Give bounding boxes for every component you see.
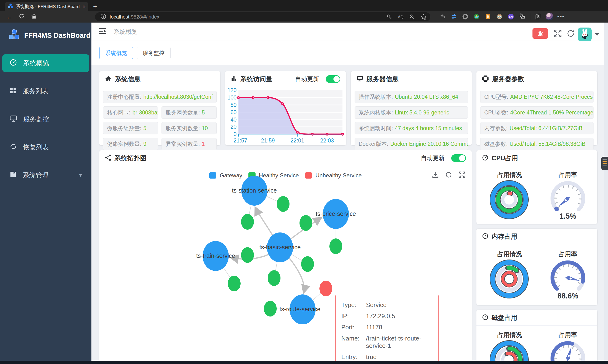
card-title: 服务器信息 bbox=[366, 75, 399, 83]
svg-text:80: 80 bbox=[230, 102, 236, 108]
system-info-card: 系统信息 注册中心配置:http://localhost:8030/getCon… bbox=[99, 71, 220, 145]
sidebar-item-overview[interactable]: 系统概览 bbox=[2, 54, 89, 72]
disk-card: 磁盘占用 占用情况 占用率 bbox=[477, 310, 597, 364]
user-avatar[interactable] bbox=[578, 27, 592, 41]
topology-auto-update-switch[interactable] bbox=[451, 154, 466, 162]
bug-report-button[interactable] bbox=[532, 28, 548, 39]
server-info-card: 服务器信息 操作系统版本:Ubuntu 20.04 LTS x86_64 系统内… bbox=[351, 71, 472, 145]
page-scrollbar[interactable] bbox=[604, 23, 608, 361]
zoom-out-icon[interactable] bbox=[409, 13, 416, 20]
app-navbar: 系统概览 bbox=[91, 23, 608, 41]
extension-notebook-icon[interactable] bbox=[484, 13, 492, 20]
home-icon[interactable] bbox=[31, 13, 37, 21]
url-host: localhost bbox=[110, 14, 129, 19]
auto-update-label: 自动更新 bbox=[295, 75, 319, 83]
gauge-small-icon bbox=[482, 314, 488, 321]
svg-text:0: 0 bbox=[233, 131, 236, 137]
new-tab-button[interactable]: + bbox=[93, 3, 97, 10]
cpu-percent: 1.5% bbox=[548, 212, 588, 221]
extension-tab-cycle-icon[interactable] bbox=[450, 13, 457, 20]
svg-text:21:59: 21:59 bbox=[261, 137, 275, 144]
info-row: CPU型号:AMD EPYC 7K62 48-Core Processor bbox=[480, 91, 594, 103]
read-aloud-icon[interactable]: A bbox=[397, 13, 404, 20]
healthy-node[interactable] bbox=[228, 276, 241, 291]
sidebar-item-system-admin[interactable]: 系统管理 ▼ bbox=[2, 167, 89, 184]
unhealthy-node[interactable] bbox=[319, 281, 332, 296]
sidebar: FFR4MS DashBoard 系统概览 服务列表 服务监控 恢复列表 系统管… bbox=[0, 23, 91, 361]
auto-update-switch[interactable] bbox=[326, 75, 340, 83]
sidebar-item-label: 恢复列表 bbox=[23, 143, 49, 152]
info-row: CPU参数:4Core 4Thread 1.50% Percentage bbox=[480, 106, 594, 119]
server-params-card: 服务器参数 CPU型号:AMD EPYC 7K62 48-Core Proces… bbox=[477, 71, 597, 145]
info-row: 服务网关数量:5 bbox=[161, 106, 217, 119]
info-row: 微服务组数量:5 bbox=[103, 122, 158, 134]
node-label: ts-station-service bbox=[232, 187, 277, 194]
sidebar-item-service-monitor[interactable]: 服务监控 bbox=[2, 110, 89, 128]
reload-icon[interactable] bbox=[19, 13, 25, 21]
extension-onetab-icon[interactable] bbox=[462, 13, 469, 20]
svg-text:120: 120 bbox=[228, 88, 236, 93]
disk-gauge-chart bbox=[545, 338, 590, 364]
card-title: 内存占用 bbox=[492, 232, 517, 241]
healthy-node[interactable] bbox=[241, 214, 254, 230]
password-key-icon[interactable] bbox=[386, 13, 393, 20]
extensions-puzzle-icon[interactable] bbox=[519, 13, 526, 20]
toolbar-divider bbox=[530, 13, 530, 20]
info-row: 服务实例数量:10 bbox=[161, 122, 217, 134]
svg-text:40: 40 bbox=[230, 117, 236, 123]
card-title: 系统信息 bbox=[115, 75, 141, 83]
healthy-node[interactable] bbox=[301, 256, 314, 272]
extension-idm-icon[interactable] bbox=[473, 13, 480, 20]
breadcrumb[interactable]: 系统概览 bbox=[114, 28, 138, 36]
refresh-cycle-icon bbox=[10, 143, 17, 152]
healthy-node[interactable] bbox=[329, 238, 342, 254]
tab-overview[interactable]: 系统概览 bbox=[99, 47, 133, 59]
back-icon[interactable]: ← bbox=[6, 13, 12, 21]
svg-text:22:03: 22:03 bbox=[320, 137, 334, 144]
node-label: ts-train-service bbox=[196, 252, 235, 259]
memory-rings-chart bbox=[488, 258, 530, 300]
svg-text:60: 60 bbox=[230, 109, 236, 115]
rings-title: 占用情况 bbox=[486, 250, 533, 258]
extension-translate-icon[interactable]: EN bbox=[507, 13, 514, 20]
favorites-star-icon[interactable] bbox=[420, 13, 427, 20]
tab-service-monitor[interactable]: 服务监控 bbox=[137, 47, 170, 59]
address-bar[interactable]: localhost:9528/#/index A bbox=[95, 12, 430, 21]
refresh-page-icon[interactable] bbox=[567, 29, 575, 39]
healthy-node[interactable] bbox=[264, 301, 277, 316]
node-label: ts-price-service bbox=[316, 210, 356, 217]
tab-close-icon[interactable]: × bbox=[82, 4, 86, 9]
share-network-icon bbox=[105, 154, 111, 162]
cpu-card: CPU占用 占用情况 占用率 1.5% bbox=[477, 150, 597, 224]
book-icon bbox=[10, 171, 17, 180]
healthy-node[interactable] bbox=[241, 247, 254, 263]
sidebar-item-recovery-list[interactable]: 恢复列表 bbox=[2, 138, 89, 156]
browser-tab-bar: 系统概览 - FFR4MS DashBoard × + bbox=[0, 0, 608, 11]
extension-avatar-face-icon[interactable] bbox=[496, 13, 503, 20]
card-title: 磁盘占用 bbox=[492, 313, 517, 322]
info-row: 系统内核版本:Linux 5.4.0-96-generic bbox=[355, 106, 468, 119]
browser-menu-icon[interactable]: ••• bbox=[557, 13, 565, 20]
site-info-icon[interactable] bbox=[100, 13, 106, 20]
chevron-down-icon: ▼ bbox=[78, 173, 83, 178]
grid-icon bbox=[10, 87, 17, 96]
healthy-node[interactable] bbox=[277, 196, 289, 212]
sidebar-item-label: 服务列表 bbox=[23, 87, 49, 95]
healthy-node[interactable] bbox=[299, 215, 312, 231]
profile-avatar[interactable] bbox=[546, 13, 553, 20]
fullscreen-icon[interactable] bbox=[553, 29, 562, 39]
browser-tab[interactable]: 系统概览 - FFR4MS DashBoard × bbox=[5, 2, 88, 11]
extension-undo-icon[interactable] bbox=[439, 13, 446, 20]
avatar-caret-icon[interactable] bbox=[595, 33, 599, 36]
card-title: CPU占用 bbox=[492, 154, 518, 162]
sidebar-item-service-list[interactable]: 服务列表 bbox=[2, 82, 89, 100]
collapse-menu-icon[interactable] bbox=[99, 27, 107, 36]
collections-icon[interactable] bbox=[535, 13, 542, 20]
node-label: ts-basic-service bbox=[259, 244, 301, 250]
sidebar-item-label: 系统管理 bbox=[23, 171, 49, 180]
info-row: Docker版本:Docker Engine 20.10.16 Communit… bbox=[355, 138, 468, 150]
healthy-node[interactable] bbox=[268, 270, 281, 286]
card-title: 系统访问量 bbox=[240, 75, 272, 83]
edge-float-widget[interactable] bbox=[601, 157, 608, 170]
memory-card: 内存占用 占用情况 占用率 88.6% bbox=[477, 229, 597, 305]
